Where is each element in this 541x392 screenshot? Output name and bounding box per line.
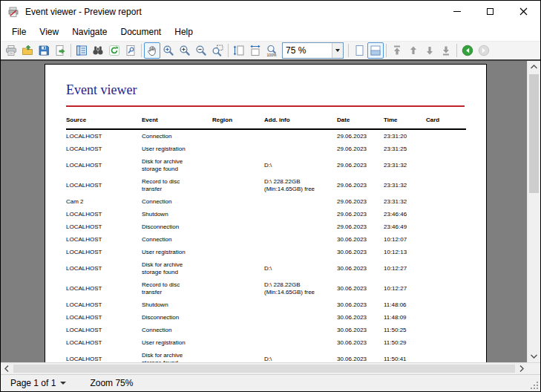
forward-button[interactable] <box>476 42 492 59</box>
cell-date: 29.06.2023 <box>337 195 384 208</box>
table-row: LOCALHOSTRecord to disc transferD:\ 228.… <box>66 278 466 298</box>
cell-region <box>212 311 264 324</box>
scroll-down-button[interactable] <box>528 350 540 362</box>
window-title: Event viewer - Preview report <box>25 7 142 17</box>
column-card: Card <box>426 115 466 129</box>
menu-navigate[interactable]: Navigate <box>65 24 114 40</box>
maximize-button[interactable] <box>473 1 507 22</box>
cell-region <box>212 143 264 155</box>
back-button[interactable] <box>459 42 476 59</box>
cell-event: Disk for archive storage found <box>142 349 212 362</box>
save-button[interactable] <box>36 42 52 59</box>
previous-page-button[interactable] <box>405 42 422 59</box>
refresh-icon <box>108 45 120 56</box>
cell-card <box>426 175 466 195</box>
outline-button[interactable] <box>73 42 90 59</box>
toolbar-separator <box>228 44 229 57</box>
svg-text:100%: 100% <box>267 53 277 57</box>
cell-region <box>212 129 264 143</box>
chevron-down-icon <box>60 382 66 385</box>
cell-card <box>426 349 466 362</box>
cell-addinfo: D:\ 228.22GB (Min:14.65GB) free <box>264 278 337 298</box>
table-row: LOCALHOSTUser registration30.06.202310:1… <box>66 246 466 258</box>
cell-region <box>212 195 264 208</box>
zoom-in-button[interactable] <box>177 42 193 59</box>
zoom-dropdown-button[interactable] <box>332 43 343 58</box>
cell-date: 29.06.2023 <box>337 220 384 233</box>
cell-region <box>212 155 264 175</box>
find-button[interactable] <box>90 42 106 59</box>
cell-event: Shutdown <box>142 208 212 220</box>
cell-addinfo <box>264 143 337 155</box>
table-row: LOCALHOSTConnection29.06.202323:31:20 <box>66 129 466 143</box>
table-row: LOCALHOSTUser registration30.06.202311:5… <box>66 336 466 349</box>
table-row: LOCALHOSTUser registration29.06.202323:3… <box>66 143 466 155</box>
report-table: Source Event Region Add. info Date Time … <box>66 115 466 362</box>
cell-region <box>212 246 264 258</box>
zoom-out-icon <box>195 45 207 56</box>
page-width-button[interactable] <box>367 42 384 59</box>
zoom-region-button[interactable] <box>209 42 226 59</box>
fit-page-height-button[interactable] <box>231 42 247 59</box>
dynamic-zoom-button[interactable] <box>160 42 177 59</box>
fit-page-width-icon <box>249 45 261 56</box>
whole-page-button[interactable] <box>351 42 367 59</box>
horizontal-scroll-thumb[interactable] <box>13 365 515 373</box>
refresh-button[interactable] <box>106 42 122 59</box>
vertical-scrollbar[interactable] <box>527 61 540 362</box>
cell-event: Connection <box>142 195 212 208</box>
cell-time: 23:31:32 <box>384 155 426 175</box>
last-page-button[interactable] <box>438 42 454 59</box>
zoom-100-button[interactable]: 100% <box>263 42 280 59</box>
cell-card <box>426 258 466 278</box>
table-row: LOCALHOSTConnection30.06.202311:50:25 <box>66 324 466 336</box>
column-date: Date <box>337 115 384 129</box>
close-button[interactable] <box>507 1 540 22</box>
zoom-in-icon <box>179 45 191 56</box>
vertical-scroll-thumb[interactable] <box>529 74 539 193</box>
scroll-left-button[interactable] <box>1 363 13 374</box>
cell-time: 11:48:06 <box>384 298 426 311</box>
scroll-up-button[interactable] <box>528 61 540 73</box>
preview-area: Event viewer Source Event Region Add. in… <box>1 59 540 362</box>
cell-time: 23:31:32 <box>384 175 426 195</box>
toolbar: 100% <box>1 41 540 59</box>
horizontal-scrollbar[interactable] <box>1 362 540 374</box>
cell-source: LOCALHOST <box>66 336 142 349</box>
cell-card <box>426 336 466 349</box>
cell-source: LOCALHOST <box>66 175 142 195</box>
preview-canvas[interactable]: Event viewer Source Event Region Add. in… <box>1 61 527 362</box>
cell-card <box>426 220 466 233</box>
cell-region <box>212 258 264 278</box>
menu-document[interactable]: Document <box>114 24 168 40</box>
hand-icon <box>146 45 158 56</box>
page-settings-button[interactable] <box>122 42 139 59</box>
print-button[interactable] <box>3 42 19 59</box>
minimize-icon <box>453 11 461 12</box>
open-button[interactable] <box>19 42 36 59</box>
cell-event: Record to disc transfer <box>142 175 212 195</box>
app-window: Event viewer - Preview report File View … <box>0 0 541 392</box>
zoom-out-button[interactable] <box>193 42 209 59</box>
cell-source: Cam 2 <box>66 195 142 208</box>
fit-page-width-button[interactable] <box>247 42 263 59</box>
export-button[interactable] <box>52 42 68 59</box>
cell-card <box>426 129 466 143</box>
first-page-button[interactable] <box>389 42 405 59</box>
menu-help[interactable]: Help <box>168 24 200 40</box>
page-selector[interactable]: Page 1 of 1 <box>10 378 66 388</box>
cell-addinfo <box>264 129 337 143</box>
scroll-right-button[interactable] <box>516 363 528 374</box>
next-page-button[interactable] <box>422 42 438 59</box>
cell-time: 11:48:09 <box>384 311 426 324</box>
chevron-up-icon <box>531 65 537 69</box>
hand-tool-button[interactable] <box>144 42 160 59</box>
zoom-level-input[interactable] <box>283 43 332 58</box>
cell-time: 23:31:25 <box>384 143 426 155</box>
cell-addinfo <box>264 324 337 336</box>
menu-file[interactable]: File <box>5 24 33 40</box>
chevron-down-icon <box>335 49 340 52</box>
menu-view[interactable]: View <box>33 24 65 40</box>
minimize-button[interactable] <box>440 1 473 22</box>
resize-grip[interactable] <box>530 381 539 390</box>
